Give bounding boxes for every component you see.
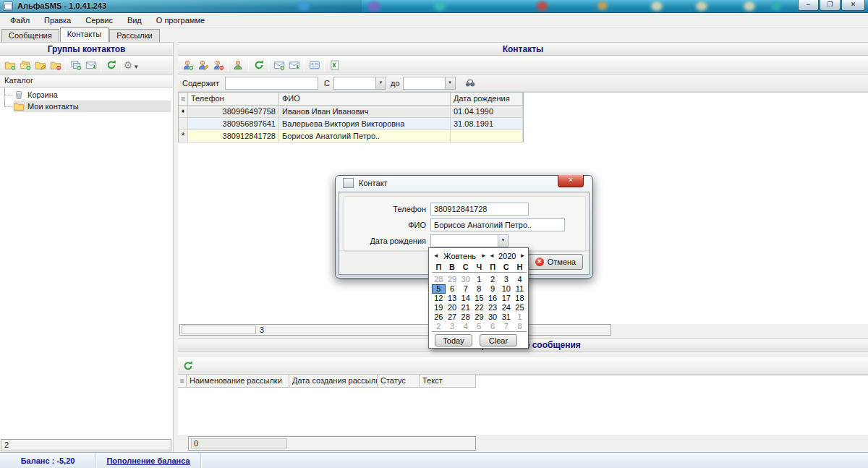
next-year-icon[interactable]: ► [519, 252, 527, 259]
settings-gear-button[interactable]: ⚙▼ [124, 58, 139, 73]
calendar-day[interactable]: 14 [459, 294, 472, 303]
calendar-day[interactable]: 20 [446, 303, 459, 312]
birthdate-combo[interactable]: ▼ [430, 234, 509, 247]
calendar-day[interactable]: 30 [486, 312, 500, 322]
calendar-day[interactable]: 12 [432, 294, 446, 303]
calendar-day[interactable]: 7 [499, 322, 513, 331]
contact-delete-button[interactable] [210, 57, 226, 72]
column-header-3[interactable]: Текст [420, 375, 476, 388]
calendar-day[interactable]: 1 [472, 275, 486, 284]
menu-item-2[interactable]: Сервис [78, 14, 120, 26]
chevron-down-icon[interactable]: ▼ [498, 235, 508, 247]
calendar-day[interactable]: 2 [432, 322, 446, 331]
column-header-2[interactable]: Статус [378, 375, 420, 388]
calendar-day[interactable]: 5 [472, 322, 486, 331]
contact-edit-button[interactable] [195, 57, 210, 72]
topup-balance-link[interactable]: Пополнение баланса [96, 453, 201, 468]
refresh-button[interactable] [103, 58, 119, 73]
calendar-day[interactable]: 29 [472, 312, 486, 322]
calendar-day[interactable]: 21 [459, 303, 472, 312]
calendar-day[interactable]: 15 [472, 294, 486, 303]
date-to-combo[interactable]: ▼ [403, 77, 456, 90]
close-button[interactable]: ✕ [841, 0, 865, 11]
fio-field[interactable] [430, 218, 565, 231]
prev-year-icon[interactable]: ◄ [488, 252, 495, 259]
column-header-0[interactable]: Телефон [188, 93, 279, 106]
phone-field[interactable] [430, 203, 529, 216]
menu-item-4[interactable]: О программе [149, 14, 212, 26]
calendar-day[interactable]: 16 [486, 294, 500, 303]
calendar-day[interactable]: 9 [486, 284, 500, 294]
calendar-day[interactable]: 8 [513, 322, 527, 331]
contact-add-button[interactable] [180, 57, 195, 72]
clear-button[interactable]: Clear [480, 334, 517, 346]
calendar-day[interactable]: 10 [499, 284, 513, 294]
calendar-day[interactable]: 11 [513, 284, 527, 294]
calendar-day[interactable]: 24 [499, 303, 513, 312]
minimize-button[interactable]: – [798, 0, 819, 11]
calendar-day[interactable]: 13 [446, 294, 459, 303]
column-header-0[interactable]: Наименование рассылки [187, 375, 289, 388]
folder-add-button[interactable] [2, 58, 17, 73]
prev-month-icon[interactable]: ◄ [432, 252, 440, 259]
calendar-day[interactable]: 28 [459, 312, 472, 322]
contact-green-button[interactable] [231, 57, 246, 72]
calendar-day[interactable]: 5 [432, 284, 446, 294]
calendar-day[interactable]: 3 [499, 275, 513, 284]
import-mail-button[interactable] [83, 58, 98, 73]
table-row[interactable]: *380912841728Борисов Анатолий Петро.. [179, 130, 523, 142]
calendar-day[interactable]: 26 [432, 312, 446, 322]
chevron-down-icon[interactable]: ▼ [445, 77, 455, 89]
calendar-day[interactable]: 2 [486, 275, 500, 284]
contains-input[interactable] [225, 77, 318, 90]
tree-item-0[interactable]: Корзина [0, 89, 173, 101]
calendar-day[interactable]: 25 [513, 303, 527, 312]
table-row[interactable]: 380956897641Валерьева Виктория Викторовн… [179, 118, 523, 130]
calendar-day[interactable]: 3 [446, 322, 459, 331]
tab-0[interactable]: Сообщения [1, 29, 59, 42]
calendar-day[interactable]: 17 [499, 294, 513, 303]
column-header-2[interactable]: Дата рождения [451, 93, 523, 106]
calendar-day[interactable]: 30 [459, 275, 472, 284]
export-excel-button[interactable] [327, 57, 342, 72]
calendar-day[interactable]: 8 [472, 284, 486, 294]
maximize-button[interactable]: ❐ [820, 0, 841, 11]
search-button[interactable] [463, 75, 478, 90]
contact-card-button[interactable] [307, 57, 322, 72]
calendar-day[interactable]: 18 [513, 294, 527, 303]
calendar-day[interactable]: 7 [459, 284, 472, 294]
table-row[interactable]: ♦380996497758Иванов Иван Иванович01.04.1… [179, 106, 523, 118]
cancel-button[interactable]: ✕ Отмена [528, 254, 583, 270]
calendar-day[interactable]: 22 [472, 303, 486, 312]
calendar-day[interactable]: 19 [432, 303, 446, 312]
calendar-day[interactable]: 28 [432, 275, 446, 284]
calendar-day[interactable]: 4 [459, 322, 472, 331]
tab-1[interactable]: Контакты [60, 27, 109, 42]
tab-2[interactable]: Рассылки [109, 29, 159, 42]
today-button[interactable]: Today [435, 334, 472, 346]
menu-item-3[interactable]: Вид [120, 14, 149, 26]
refresh-button[interactable] [180, 358, 195, 373]
refresh-button[interactable] [251, 57, 266, 72]
calendar-day[interactable]: 23 [486, 303, 500, 312]
calendar-day[interactable]: 31 [499, 312, 513, 322]
calendar-day[interactable]: 29 [446, 275, 459, 284]
chevron-down-icon[interactable]: ▼ [375, 77, 386, 89]
cards-copy-button[interactable] [68, 58, 83, 73]
folder-edit-button[interactable] [33, 58, 48, 73]
menu-item-0[interactable]: Файл [3, 14, 37, 26]
dialog-close-button[interactable]: ✕ [558, 175, 584, 187]
folders-add-button[interactable] [17, 58, 33, 73]
date-from-combo[interactable]: ▼ [333, 77, 386, 90]
menu-item-1[interactable]: Правка [37, 14, 78, 26]
column-header-1[interactable]: Дата создания рассылки [289, 375, 378, 388]
next-month-icon[interactable]: ► [480, 252, 488, 259]
calendar-day[interactable]: 27 [446, 312, 459, 322]
calendar-day[interactable]: 6 [486, 322, 500, 331]
calendar-day[interactable]: 1 [513, 312, 527, 322]
tree-item-1[interactable]: Мои контакты [0, 101, 173, 112]
calendar-day[interactable]: 4 [513, 275, 527, 284]
column-header-1[interactable]: ФИО [279, 93, 451, 106]
folder-delete-button[interactable] [48, 58, 63, 73]
message-new-button[interactable] [271, 57, 286, 72]
